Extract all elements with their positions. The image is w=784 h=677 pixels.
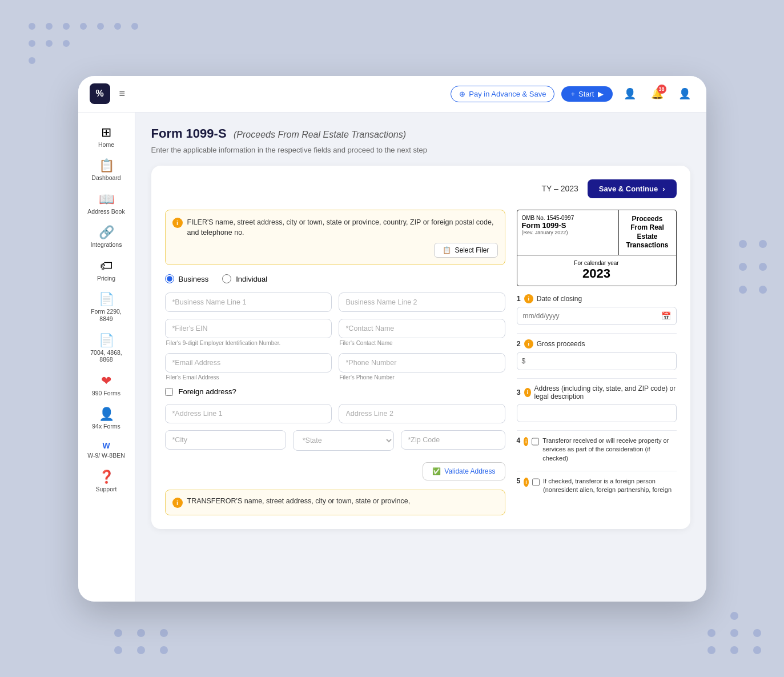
address-line1-input[interactable] bbox=[165, 404, 332, 423]
business-name-2-field bbox=[339, 293, 505, 312]
start-button[interactable]: + Start ▶ bbox=[561, 86, 612, 102]
field1-info-icon: i bbox=[524, 294, 533, 303]
sidebar-item-home[interactable]: ⊞ Home bbox=[83, 122, 129, 153]
state-field: *State Alabama California New York Texas bbox=[293, 430, 394, 451]
field4-transferor: 4 i Transferor received or will receive … bbox=[517, 436, 677, 463]
top-bar-left: % ≡ bbox=[90, 83, 126, 104]
address-line2-input[interactable] bbox=[339, 404, 505, 423]
field5-text: If checked, transferor is a foreign pers… bbox=[543, 477, 677, 495]
irs-card: OMB No. 1545-0997 Form 1099-S (Rev. Janu… bbox=[517, 210, 677, 286]
form-left: i FILER'S name, street address, city or … bbox=[165, 210, 505, 516]
phone-field: Filer's Phone Number bbox=[339, 353, 505, 380]
form94x-icon: 👤 bbox=[99, 408, 114, 420]
app-card: % ≡ ⊕ Pay in Advance & Save + Start ▶ 👤 … bbox=[78, 76, 706, 602]
email-input[interactable] bbox=[165, 353, 332, 372]
irs-form-name: Form 1099-S bbox=[522, 221, 614, 230]
phone-hint: Filer's Phone Number bbox=[339, 374, 505, 380]
main-layout: ⊞ Home 📋 Dashboard 📖 Address Book 🔗 Inte… bbox=[78, 113, 706, 602]
transferor-text: TRANSFEROR'S name, street address, city … bbox=[187, 497, 411, 505]
irs-left-col: OMB No. 1545-0997 Form 1099-S (Rev. Janu… bbox=[517, 210, 619, 255]
sidebar-item-form2290[interactable]: 📄 Form 2290, 8849 bbox=[83, 289, 129, 327]
date-closing-input[interactable] bbox=[517, 307, 677, 325]
form-card-header: TY – 2023 Save & Continue › bbox=[165, 179, 677, 198]
address-row bbox=[165, 404, 505, 423]
address-line1-field bbox=[165, 404, 332, 423]
form-body: i FILER'S name, street address, city or … bbox=[165, 210, 677, 516]
city-state-zip-row: *State Alabama California New York Texas bbox=[165, 430, 505, 451]
state-select[interactable]: *State Alabama California New York Texas bbox=[293, 430, 394, 451]
address-legal-input[interactable] bbox=[517, 404, 677, 422]
foreign-address-checkbox[interactable] bbox=[165, 388, 173, 396]
radio-individual[interactable]: Individual bbox=[222, 274, 267, 283]
dollar-sign: $ bbox=[522, 357, 526, 365]
top-bar-right: ⊕ Pay in Advance & Save + Start ▶ 👤 🔔 38… bbox=[451, 83, 694, 104]
contacts-button[interactable]: 👤 bbox=[620, 83, 640, 104]
sidebar-item-address-book[interactable]: 📖 Address Book bbox=[83, 189, 129, 220]
field1-date-closing: 1 i Date of closing 📅 bbox=[517, 294, 677, 325]
ein-contact-row: Filer's 9-digit Employer Identification … bbox=[165, 319, 505, 346]
business-name-2-input[interactable] bbox=[339, 293, 505, 312]
city-field bbox=[165, 430, 286, 451]
foreign-address-label: Foreign address? bbox=[179, 387, 236, 396]
filer-section-text: FILER'S name, street address, city or to… bbox=[187, 217, 498, 239]
field5-info-icon: i bbox=[524, 478, 529, 487]
sidebar-item-formw9[interactable]: W W-9/ W-8BEN bbox=[83, 437, 129, 464]
sidebar-item-support[interactable]: ❓ Support bbox=[83, 466, 129, 498]
zip-input[interactable] bbox=[401, 430, 505, 450]
contacts-icon: 👤 bbox=[624, 87, 636, 100]
save-continue-button[interactable]: Save & Continue › bbox=[588, 179, 677, 198]
hamburger-icon[interactable]: ≡ bbox=[119, 88, 126, 100]
profile-button[interactable]: 👤 bbox=[674, 83, 695, 104]
address-line2-field bbox=[339, 404, 505, 423]
field3-info-icon: i bbox=[524, 388, 531, 397]
zip-field bbox=[401, 430, 505, 451]
page-title-subtitle: (Proceeds From Real Estate Transactions) bbox=[234, 130, 406, 139]
user-icon: 👤 bbox=[678, 87, 691, 100]
radio-business[interactable]: Business bbox=[165, 274, 209, 283]
sidebar-item-dashboard[interactable]: 📋 Dashboard bbox=[83, 155, 129, 186]
irs-rev: (Rev. January 2022) bbox=[522, 230, 614, 235]
phone-input[interactable] bbox=[339, 353, 505, 372]
pay-advance-button[interactable]: ⊕ Pay in Advance & Save bbox=[451, 86, 554, 102]
add-icon: + bbox=[570, 90, 575, 98]
radio-business-input[interactable] bbox=[165, 274, 174, 283]
notification-badge: 38 bbox=[657, 85, 666, 94]
notifications-button[interactable]: 🔔 38 bbox=[647, 83, 668, 104]
field2-gross-proceeds: 2 i Gross proceeds $ bbox=[517, 339, 677, 370]
transferor-info-icon: i bbox=[172, 498, 183, 508]
select-filer-button[interactable]: 📋 Select Filer bbox=[434, 243, 497, 258]
home-icon: ⊞ bbox=[101, 126, 111, 139]
ty-label: TY – 2023 bbox=[542, 184, 578, 193]
radio-individual-input[interactable] bbox=[222, 274, 231, 283]
page-subtitle: Enter the applicable information in the … bbox=[151, 146, 690, 154]
field4-checkbox[interactable] bbox=[532, 438, 539, 446]
content-area: Form 1099-S (Proceeds From Real Estate T… bbox=[135, 113, 706, 602]
sidebar-item-form94x[interactable]: 👤 94x Forms bbox=[83, 403, 129, 435]
gross-proceeds-input[interactable] bbox=[517, 352, 677, 370]
validate-address-button[interactable]: ✅ Validate Address bbox=[423, 462, 505, 480]
field2-info-icon: i bbox=[524, 339, 533, 348]
irs-form-title: Proceeds From Real Estate Transactions bbox=[624, 215, 672, 250]
formw9-icon: W bbox=[102, 442, 110, 450]
city-input[interactable] bbox=[165, 430, 286, 450]
business-name-1-input[interactable] bbox=[165, 293, 332, 312]
sidebar-item-form7004[interactable]: 📄 7004, 4868, 8868 bbox=[83, 330, 129, 368]
business-name-1-field bbox=[165, 293, 332, 312]
irs-card-top: OMB No. 1545-0997 Form 1099-S (Rev. Janu… bbox=[517, 210, 676, 255]
filer-type-radio-group: Business Individual bbox=[165, 274, 505, 283]
logo-icon: % bbox=[90, 83, 110, 104]
field4-info-icon: i bbox=[524, 437, 528, 446]
play-icon: ▶ bbox=[598, 90, 604, 98]
email-hint: Filer's Email Address bbox=[165, 374, 332, 380]
contact-name-input[interactable] bbox=[339, 319, 505, 338]
sidebar-item-form990[interactable]: ❤ 990 Forms bbox=[83, 370, 129, 402]
dollar-input-wrap: $ bbox=[517, 352, 677, 370]
sidebar-item-integrations[interactable]: 🔗 Integrations bbox=[83, 222, 129, 253]
ein-input[interactable] bbox=[165, 319, 332, 338]
sidebar-item-pricing[interactable]: 🏷 Pricing bbox=[83, 255, 129, 287]
foreign-address-row: Foreign address? bbox=[165, 387, 505, 396]
field1-label: 1 i Date of closing bbox=[517, 294, 677, 303]
field5-checkbox[interactable] bbox=[532, 478, 540, 486]
divider2 bbox=[517, 378, 677, 379]
business-name-row bbox=[165, 293, 505, 312]
